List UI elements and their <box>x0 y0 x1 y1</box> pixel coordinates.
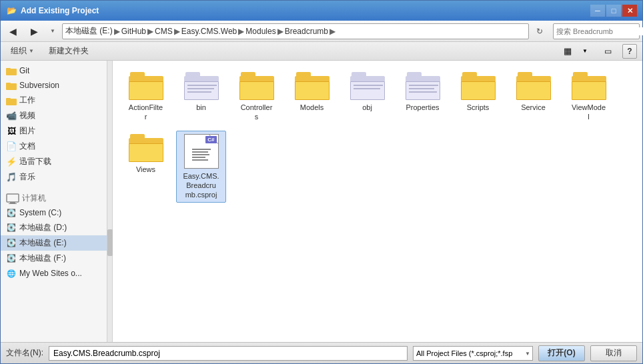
breadcrumb-cms[interactable]: CMS <box>155 27 173 36</box>
minimize-button[interactable]: ─ <box>590 5 605 17</box>
folder-obj[interactable]: obj <box>342 69 392 125</box>
sidebar-drive-e[interactable]: 💽 本地磁盘 (E:) <box>1 235 107 251</box>
sidebar-label-web: My Web Sites o... <box>19 269 82 278</box>
docs-icon: 📄 <box>6 141 17 152</box>
search-input[interactable] <box>554 27 643 35</box>
sidebar: Git Subversion 工作 📹 视频 🖼 图片 <box>1 61 107 342</box>
folder-models-label: Models <box>300 103 324 112</box>
svg-rect-10 <box>192 151 208 153</box>
new-folder-button[interactable]: 新建文件夹 <box>44 43 93 59</box>
refresh-button[interactable]: ↻ <box>532 23 548 39</box>
main-content: Git Subversion 工作 📹 视频 🖼 图片 <box>1 61 642 342</box>
search-box[interactable]: 🔍 <box>553 23 640 39</box>
navigation-toolbar: ◀ ▶ ▼ 本地磁盘 (E:) ▶ GitHub ▶ CMS ▶ Easy.CM… <box>1 21 642 42</box>
view-dropdown-icon: ▼ <box>582 48 588 54</box>
help-button[interactable]: ? <box>622 44 637 59</box>
computer-section-icon <box>6 193 19 204</box>
sidebar-item-work[interactable]: 工作 <box>1 93 107 108</box>
sidebar-item-images[interactable]: 🖼 图片 <box>1 123 107 139</box>
organize-dropdown-icon: ▼ <box>29 48 34 54</box>
sidebar-label-docs: 文档 <box>19 141 35 152</box>
folder-views[interactable]: Views <box>121 131 171 203</box>
open-button[interactable]: 打开(O) <box>538 345 585 361</box>
preview-pane-button[interactable]: ▭ <box>600 44 616 59</box>
xunlei-icon: ⚡ <box>6 157 17 167</box>
folder-properties[interactable]: Properties <box>398 69 448 125</box>
drive-e-icon: 💽 <box>6 238 17 249</box>
folder-controllers[interactable]: Controllers <box>231 69 281 125</box>
sidebar-item-xunlei[interactable]: ⚡ 迅雷下载 <box>1 154 107 169</box>
filetype-select[interactable]: All Project Files (*.csproj;*.fsp All Fi… <box>413 346 533 361</box>
breadcrumb-github[interactable]: GitHub <box>121 27 146 36</box>
sidebar-item-subversion[interactable]: Subversion <box>1 78 107 93</box>
folder-views-icon <box>129 134 163 162</box>
sidebar-web-sites[interactable]: 🌐 My Web Sites o... <box>1 266 107 281</box>
subversion-folder-icon <box>6 80 17 91</box>
help-icon: ? <box>627 47 632 56</box>
folder-viewmodel[interactable]: ViewModel <box>564 69 614 125</box>
file-csproj[interactable]: C# Easy.CMS.Breadcrumb.csproj <box>176 131 226 203</box>
breadcrumb-modules[interactable]: Modules <box>245 27 275 36</box>
sidebar-item-music[interactable]: 🎵 音乐 <box>1 169 107 185</box>
forward-button[interactable]: ▶ <box>25 23 43 39</box>
organize-button[interactable]: 组织 ▼ <box>6 43 39 59</box>
folder-service-label: Service <box>521 103 546 112</box>
action-bar: 组织 ▼ 新建文件夹 ▦ ▼ ▭ ? <box>1 42 642 61</box>
folder-scripts[interactable]: Scripts <box>453 69 503 125</box>
folder-service[interactable]: Service <box>508 69 558 125</box>
action-buttons: 打开(O) 取消 <box>538 345 637 361</box>
folder-obj-label: obj <box>362 103 372 112</box>
view-grid-button[interactable]: ▦ <box>560 44 576 59</box>
music-icon: 🎵 <box>6 172 17 183</box>
folder-bin-label: bin <box>196 103 206 112</box>
cancel-button[interactable]: 取消 <box>590 345 637 361</box>
breadcrumb-localE[interactable]: 本地磁盘 (E:) <box>65 25 113 37</box>
sidebar-item-git[interactable]: Git <box>1 63 107 78</box>
svg-rect-1 <box>6 68 11 71</box>
sidebar-item-video[interactable]: 📹 视频 <box>1 108 107 123</box>
cs-badge: C# <box>205 136 216 143</box>
address-bar[interactable]: 本地磁盘 (E:) ▶ GitHub ▶ CMS ▶ Easy.CMS.Web … <box>62 23 529 39</box>
breadcrumb-easycmsweb[interactable]: Easy.CMS.Web <box>181 27 237 36</box>
new-folder-label: 新建文件夹 <box>49 45 89 57</box>
cancel-label: 取消 <box>606 347 622 359</box>
dropdown-nav-button[interactable]: ▼ <box>46 23 59 39</box>
view-dropdown-button[interactable]: ▼ <box>577 44 593 59</box>
title-bar: 📂 Add Existing Project ─ □ ✕ <box>1 1 642 21</box>
sidebar-label-work: 工作 <box>19 95 35 106</box>
folder-viewmodel-icon <box>572 72 606 100</box>
sidebar-drive-f[interactable]: 💽 本地磁盘 (F:) <box>1 251 107 266</box>
breadcrumb-sep5: ▶ <box>277 27 283 36</box>
folder-controllers-icon <box>239 72 274 100</box>
view-grid-icon: ▦ <box>564 46 572 56</box>
folder-actionfilter[interactable]: ActionFilter <box>121 69 171 125</box>
folder-obj-icon <box>350 72 385 100</box>
sidebar-drive-d[interactable]: 💽 本地磁盘 (D:) <box>1 220 107 235</box>
breadcrumb-sep4: ▶ <box>238 27 244 36</box>
back-button[interactable]: ◀ <box>3 23 22 39</box>
sidebar-label-subversion: Subversion <box>19 81 59 90</box>
images-icon: 🖼 <box>6 126 17 137</box>
window-icon: 📂 <box>6 5 17 16</box>
maximize-button[interactable]: □ <box>606 5 621 17</box>
folder-actionfilter-icon <box>129 72 163 100</box>
computer-section-label: 计算机 <box>22 193 46 204</box>
sidebar-label-d: 本地磁盘 (D:) <box>19 222 67 233</box>
folder-models[interactable]: Models <box>287 69 337 125</box>
window-title: Add Existing Project <box>21 6 589 15</box>
cs-file-lines-icon <box>192 149 211 162</box>
organize-label: 组织 <box>11 45 27 57</box>
sidebar-scrollbar[interactable] <box>107 61 113 342</box>
sidebar-label-f: 本地磁盘 (F:) <box>19 253 66 264</box>
sidebar-drive-c[interactable]: 💽 System (C:) <box>1 205 107 220</box>
work-folder-icon <box>6 95 17 106</box>
folder-bin[interactable]: bin <box>176 69 226 125</box>
sidebar-item-docs[interactable]: 📄 文档 <box>1 139 107 154</box>
breadcrumb-breadcrumb[interactable]: Breadcrumb <box>285 27 328 36</box>
svg-rect-3 <box>6 83 11 85</box>
filename-input[interactable] <box>49 346 408 361</box>
close-button[interactable]: ✕ <box>622 5 637 17</box>
open-label: 打开(O) <box>548 347 575 359</box>
computer-section: 计算机 <box>1 190 107 205</box>
dropdown-arrow-icon: ▼ <box>50 28 55 34</box>
